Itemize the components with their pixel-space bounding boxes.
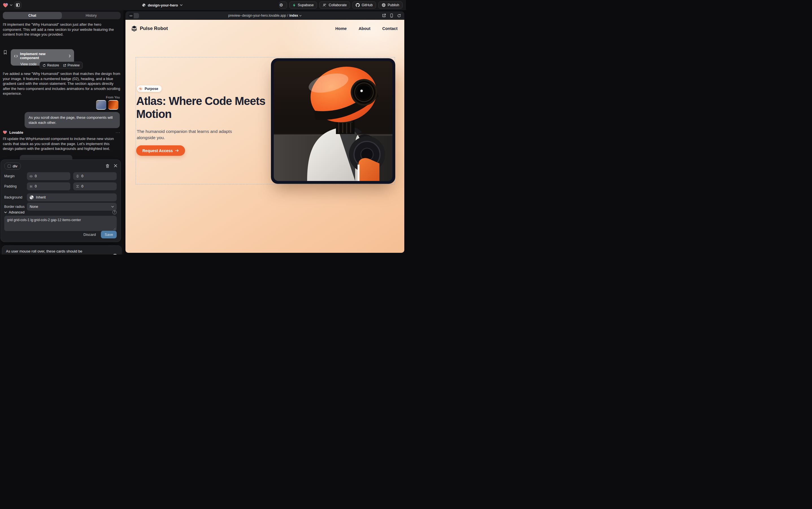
- open-in-new-tab-icon[interactable]: [382, 13, 386, 18]
- border-radius-select[interactable]: None: [27, 203, 117, 211]
- tab-history[interactable]: History: [62, 12, 121, 19]
- collaborate-button[interactable]: Collaborate: [319, 1, 350, 9]
- robot-image: [274, 61, 393, 181]
- assistant-message-2: I've added a new "Why Humanoid" section …: [3, 71, 120, 96]
- margin-y-input[interactable]: 0: [73, 172, 117, 180]
- save-button[interactable]: Save: [101, 231, 117, 238]
- layers-icon: [131, 26, 137, 31]
- publish-button[interactable]: Publish: [378, 1, 403, 9]
- collaborate-icon: [323, 3, 327, 7]
- preview-path: index: [289, 13, 298, 18]
- help-icon[interactable]: ?: [112, 210, 117, 214]
- preview-button[interactable]: Preview: [63, 63, 80, 67]
- background-input[interactable]: Inherit: [27, 194, 117, 201]
- purpose-badge: Purpose: [137, 86, 161, 92]
- mobile-view-icon[interactable]: [390, 13, 393, 18]
- bookmark-icon[interactable]: [3, 50, 7, 55]
- pulse-icon: [138, 87, 143, 91]
- restore-button[interactable]: Restore: [43, 63, 59, 67]
- hero-headline: Atlas: Where Code Meets Motion: [136, 95, 266, 121]
- border-radius-label: Border radius: [4, 205, 27, 209]
- code-icon: [14, 55, 18, 58]
- background-label: Background: [4, 195, 27, 199]
- from-you-label: From You: [106, 96, 120, 99]
- close-icon[interactable]: [114, 164, 117, 167]
- selected-element-chip[interactable]: div: [4, 163, 21, 170]
- external-link-icon: [63, 64, 66, 67]
- discard-button[interactable]: Discard: [83, 232, 96, 237]
- preview-region: <> preview--design-your-hero.lovable.app…: [123, 10, 406, 254]
- assistant-message-3: I'll update the WhyHumanoid component to…: [3, 136, 120, 151]
- chat-input-box[interactable]: As user mouse roll over, these cards sho…: [2, 245, 121, 254]
- url-chevron-icon: [299, 15, 301, 16]
- assistant-header: Lovable ···: [3, 130, 120, 135]
- site-header: Pulse Robot Home About Contact: [131, 26, 398, 31]
- element-outline-icon: [8, 165, 11, 168]
- refresh-icon[interactable]: [397, 14, 401, 18]
- hero-subtitle: The humanoid companion that learns and a…: [137, 128, 233, 141]
- padding-label: Padding: [4, 184, 27, 188]
- hero-robot-card: [271, 58, 395, 184]
- sidebar-toggle-button[interactable]: [14, 1, 22, 9]
- site-brand[interactable]: Pulse Robot: [131, 26, 168, 31]
- margin-x-icon: [30, 175, 33, 178]
- send-button[interactable]: [112, 254, 118, 254]
- nav-about[interactable]: About: [359, 26, 370, 31]
- trash-icon[interactable]: [106, 164, 109, 168]
- project-chevron-down-icon: [180, 4, 183, 6]
- site-nav: Home About Contact: [335, 26, 398, 31]
- arrow-right-icon: [175, 149, 179, 152]
- lovable-heart-icon: [3, 130, 7, 134]
- margin-y-icon: [76, 175, 79, 178]
- padding-y-icon: [76, 185, 79, 188]
- preview-url[interactable]: preview--design-your-hero.lovable.app / …: [228, 13, 301, 18]
- logo-chevron-down-icon[interactable]: [10, 4, 12, 6]
- advanced-classes-textarea[interactable]: grid grid-cols-1 lg:grid-cols-2 gap-12 i…: [4, 216, 117, 231]
- element-tag: div: [13, 164, 17, 168]
- supabase-icon: [293, 3, 296, 7]
- chat-input-value[interactable]: As user mouse roll over, these cards sho…: [6, 249, 82, 253]
- settings-button[interactable]: ⚙: [279, 1, 287, 9]
- chat-panel: Chat History I'll implement the "Why Hum…: [0, 10, 123, 254]
- request-access-button[interactable]: Request Access: [136, 145, 185, 156]
- code-preview-toggle[interactable]: <>: [128, 13, 139, 19]
- chevron-down-icon: [111, 206, 114, 208]
- publish-globe-icon: [382, 3, 386, 7]
- padding-x-icon: [30, 185, 33, 188]
- assistant-message-1: I'll implement the "Why Humanoid" sectio…: [3, 22, 120, 37]
- globe-icon: [142, 3, 146, 7]
- component-card-title: Implement new component: [20, 52, 65, 60]
- user-message-bubble: As you scroll down the page, these compo…: [25, 112, 120, 128]
- margin-x-input[interactable]: 0: [27, 172, 70, 180]
- restore-icon: [43, 64, 46, 67]
- top-bar: design-your-hero ⚙ Supabase Collaborate …: [0, 0, 406, 10]
- resize-handle[interactable]: [113, 228, 116, 230]
- padding-x-input[interactable]: 0: [27, 182, 70, 190]
- preview-top-bar: <> preview--design-your-hero.lovable.app…: [125, 11, 404, 20]
- supabase-button[interactable]: Supabase: [289, 1, 317, 9]
- lovable-logo-icon[interactable]: [3, 3, 8, 8]
- tab-chat[interactable]: Chat: [3, 12, 62, 19]
- app-window: design-your-hero ⚙ Supabase Collaborate …: [0, 0, 406, 254]
- gear-icon: ⚙: [280, 3, 283, 8]
- padding-y-input[interactable]: 0: [73, 182, 117, 190]
- project-switcher[interactable]: design-your-hero: [142, 0, 183, 10]
- site-canvas: Pulse Robot Home About Contact Purpose: [125, 20, 404, 253]
- nav-contact[interactable]: Contact: [382, 26, 398, 31]
- attachment-thumbnail-blue[interactable]: [96, 100, 106, 110]
- transparency-swatch-icon: [30, 195, 34, 199]
- message-overflow-menu[interactable]: ···: [116, 130, 120, 135]
- nav-home[interactable]: Home: [335, 26, 347, 31]
- github-icon: [356, 3, 360, 7]
- attachment-thumbnail-orange[interactable]: [108, 100, 118, 110]
- chevron-right-icon: [69, 55, 71, 58]
- github-button[interactable]: GitHub: [352, 1, 376, 9]
- advanced-toggle[interactable]: Advanced: [9, 210, 25, 214]
- restore-preview-toolbar: Restore Preview: [40, 62, 83, 69]
- chat-history-tabs: Chat History: [3, 12, 121, 19]
- assistant-name: Lovable: [9, 130, 23, 135]
- element-inspector-panel: div Margin 0 0 Padding: [1, 160, 121, 242]
- code-mode-icon: <>: [128, 13, 134, 19]
- project-name: design-your-hero: [148, 3, 178, 7]
- preview-window: <> preview--design-your-hero.lovable.app…: [125, 11, 404, 253]
